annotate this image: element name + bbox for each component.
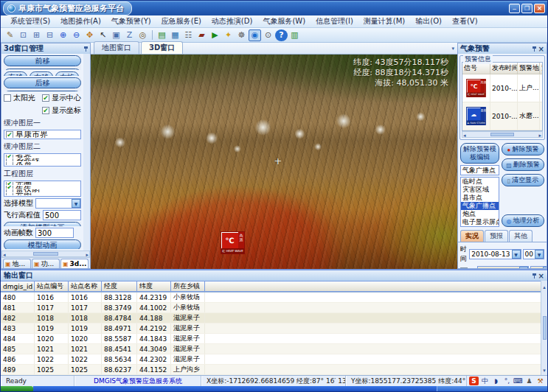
scrollbar-thumb[interactable] [543, 316, 547, 340]
menu-item[interactable]: 地图操作(A) [55, 16, 106, 27]
checkbox[interactable]: ✔ [42, 94, 49, 102]
dropdown-arrow-icon[interactable] [535, 250, 544, 259]
start-button-fragment[interactable] [1, 386, 33, 391]
warning-table-hscrollbar[interactable] [462, 131, 543, 138]
nav-button[interactable]: 左移 [4, 71, 27, 76]
pan-window-icon[interactable]: ⊞ [30, 29, 43, 41]
model-select-dropdown[interactable] [35, 198, 81, 209]
minimize-button[interactable] [509, 4, 520, 13]
menu-item[interactable]: 输出(O) [410, 16, 447, 27]
query-window-icon[interactable]: ⊟ [44, 29, 56, 41]
checkbox[interactable]: ✔ [42, 107, 49, 114]
tab-3d-window[interactable]: 3D窗口 [141, 41, 183, 54]
menu-item[interactable]: 应急服务(E) [156, 16, 207, 27]
column-header[interactable]: 所在乡镇 [171, 281, 205, 292]
column-header[interactable]: 预警地区 [518, 63, 540, 74]
hour-dropdown[interactable]: 00 [523, 249, 544, 259]
checkbox[interactable] [6, 162, 13, 165]
menu-item[interactable]: 测量计算(M) [358, 16, 410, 27]
checkbox[interactable]: ✔ [6, 131, 13, 138]
column-header[interactable]: 站点编号 [35, 281, 69, 292]
table-row[interactable]: 4891025102588.623744.1152上户沟乡 [1, 365, 541, 375]
left-panel-hscrollbar[interactable] [1, 251, 90, 257]
column-header[interactable]: 信号 [462, 63, 490, 74]
layer-item[interactable]: ✔阜康市界 [6, 131, 79, 138]
layer-item[interactable]: ✔光圈 [6, 182, 79, 185]
tab-map-window[interactable]: 地图窗口 [94, 41, 139, 54]
delete-warning-button[interactable]: 删除预警 [502, 158, 544, 171]
table-row[interactable]: 4811017101788.374944.1002小泉牧场 [1, 303, 541, 313]
pin-icon[interactable] [533, 46, 536, 52]
export-icon[interactable]: ▥ [288, 29, 301, 41]
tab-live-data[interactable]: 实况 [460, 230, 484, 242]
table-row[interactable]: 4841020102088.558744.1843滋泥泉子 [1, 334, 541, 344]
warning-row-rain[interactable]: ☁暴雨 蓝 RAIN STORM 2010-... 水磨... [462, 102, 542, 130]
output-vscrollbar[interactable] [541, 281, 547, 375]
punctuation-icon[interactable]: °, [502, 377, 512, 385]
column-header[interactable]: 经度 [102, 281, 137, 292]
nav-button[interactable]: 放大 [4, 91, 81, 92]
column-header[interactable]: 纬度 [137, 281, 171, 292]
remove-warning-template-button[interactable]: 解除预警模板编辑 [460, 143, 499, 164]
close-panel-icon[interactable] [538, 272, 544, 280]
table-row[interactable]: 4851021102188.454144.3049滋泥泉子 [1, 344, 541, 354]
select-arrow-icon[interactable]: ↖ [97, 29, 109, 41]
3d-map-canvas[interactable]: 纬度: 43度57分18.117秒 经度: 88度18分14.371秒 海拔: … [91, 55, 457, 269]
model-anim-button[interactable]: 模型动画 [4, 239, 81, 249]
menu-item[interactable]: 信息管理(I) [311, 16, 358, 27]
tab-functions[interactable]: 功... [32, 259, 60, 268]
frames-input[interactable] [35, 228, 74, 238]
pan-hand-icon[interactable]: ✥ [83, 29, 96, 41]
point-type-item[interactable]: 炮点 [461, 210, 499, 218]
checkbox[interactable] [6, 189, 13, 192]
zoom-in-icon[interactable]: ⊕ [57, 29, 69, 41]
layer-item[interactable]: ✔显示坐标 [42, 105, 81, 116]
menu-item[interactable]: 动态推演(D) [207, 16, 258, 27]
zoom-rect-icon[interactable]: Z [123, 29, 136, 41]
add-model-anim-button[interactable]: 添加模型动画 [4, 222, 81, 226]
identify-icon[interactable]: ◎ [136, 29, 149, 41]
menu-item[interactable]: 气象预警(Y) [106, 16, 156, 27]
date-dropdown[interactable]: 2010-08-13 [469, 249, 521, 259]
zoom-out-icon[interactable]: ⊖ [70, 29, 83, 41]
checkbox[interactable] [4, 94, 11, 102]
heat-wave-warning-icon[interactable]: ℃ 高温 红 HEAT WAVE [221, 231, 245, 254]
tab-3d-manager[interactable]: 3d... [60, 259, 89, 268]
to-date-checkbox[interactable] [460, 267, 468, 268]
layer-item[interactable]: ✔星星 [6, 186, 79, 189]
checkbox[interactable]: ✔ [6, 182, 13, 185]
table-row[interactable]: 4801016101688.312844.2319小泉牧场 [1, 293, 541, 303]
geo-analysis-button[interactable]: 地理分析 [502, 214, 544, 227]
key-icon[interactable]: ✦ [222, 29, 235, 41]
nav-button[interactable]: 上偏 [4, 69, 81, 70]
layer-item[interactable]: 乡界线 [6, 158, 79, 161]
point-type-item[interactable]: 临时点 [461, 178, 499, 186]
column-header[interactable]: dmgis_id [1, 281, 35, 292]
full-extent-icon[interactable]: ▣ [110, 29, 122, 41]
chinese-mode-icon[interactable]: 中 [480, 377, 490, 385]
pin-icon[interactable] [533, 273, 536, 279]
vehicle-icon[interactable]: ▰ [195, 29, 208, 41]
checkbox[interactable]: ✔ [6, 155, 13, 158]
tools-wrench-icon[interactable]: ⚒ [535, 377, 545, 385]
layer-item[interactable]: 云图 [6, 193, 79, 196]
print-icon[interactable]: ☷ [182, 29, 195, 41]
nav-button[interactable]: 右旋 [55, 71, 79, 76]
nav-button[interactable]: 右移 [30, 71, 53, 76]
layer-item[interactable]: 雷达图 [6, 189, 79, 192]
help-icon[interactable]: ? [275, 29, 288, 41]
layer-item[interactable]: 太阳光 [4, 93, 41, 103]
measure-icon[interactable]: ✎ [4, 29, 16, 41]
layer-item[interactable]: 水系 [6, 162, 79, 165]
warning-row-heat[interactable]: ℃高温 红 HEAT WAVE 2010-... 上户... [462, 74, 542, 102]
tab-forecast[interactable]: 预报 [485, 230, 508, 242]
pin-icon[interactable] [84, 46, 88, 52]
menu-item[interactable]: 气象服务(W) [257, 16, 311, 27]
point-type-item[interactable]: 灾害区域 [461, 186, 499, 194]
column-header[interactable]: 发布时间 [490, 63, 518, 74]
scrollbar-thumb[interactable] [33, 252, 59, 256]
soft-keyboard-icon[interactable]: ⌨ [513, 377, 523, 385]
eye-icon[interactable]: ⊙ [262, 29, 274, 41]
layer-item[interactable]: ✔显示中心 [42, 93, 81, 103]
fly-path-icon[interactable]: ▶ [209, 29, 221, 41]
